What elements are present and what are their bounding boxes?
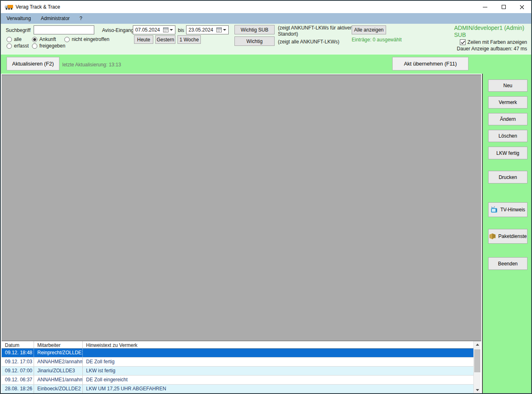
table-row[interactable]: 09.12. 06:37 ANNAHME1/annahme1 DE Zoll e… (2, 376, 473, 385)
checkbox-icon (460, 39, 466, 45)
scrollbar-thumb[interactable] (474, 349, 480, 372)
cell-hinweis: LKW UM 17,25 UHR ABGEFAHREN (83, 385, 473, 393)
close-button[interactable] (513, 1, 531, 13)
chevron-down-icon (223, 29, 226, 31)
radio-alle[interactable]: alle (7, 36, 22, 42)
menu-verwaltung[interactable]: Verwaltung (1, 13, 36, 24)
entries-status: Einträge: 0 ausgewählt (352, 37, 402, 43)
radio-icon (32, 37, 37, 42)
table-row[interactable]: 09.12. 18:48 Reinprecht/ZOLLDE1 (2, 349, 473, 358)
arrow-down-icon (476, 389, 479, 391)
menu-administrator[interactable]: Administrator (36, 13, 75, 24)
cell-hinweis: LKW ist fertig (83, 367, 473, 375)
cell-mitarbeiter: ANNAHME2/annahme2 (34, 358, 83, 366)
calendar-dropdown-button[interactable] (214, 26, 228, 34)
cell-mitarbeiter: ANNAHME1/annahme1 (34, 376, 83, 384)
radio-icon (64, 37, 70, 42)
date-from-value: 07.05.2024 (133, 27, 161, 33)
user-site: SUB (454, 32, 527, 38)
maximize-button[interactable] (494, 1, 513, 13)
cell-datum: 09.12. 18:48 (2, 349, 34, 357)
tv-icon (491, 206, 498, 213)
neu-button[interactable]: Neu (488, 79, 527, 92)
chevron-down-icon (170, 29, 173, 31)
cell-mitarbeiter: Jinariu/ZOLLDE3 (34, 367, 83, 375)
radio-icon (7, 43, 12, 49)
table-row[interactable]: 09.12. 17:03 ANNAHME2/annahme2 DE Zoll f… (2, 358, 473, 367)
row-colors-checkbox[interactable]: Zeilen mit Farben anzeigen (454, 39, 527, 45)
main-content: Datum Mitarbeiter Hinweistext zu Vermerk… (1, 74, 531, 393)
radio-ankunft[interactable]: Ankunft (32, 36, 56, 42)
empty-list-pane (2, 75, 481, 341)
table-row[interactable]: 28.08. 18:26 Einboeck/ZOLLDE2 LKW UM 17,… (2, 385, 473, 394)
radio-icon (32, 43, 37, 49)
date-from-picker[interactable]: 07.05.2024 (133, 25, 175, 34)
lkw-fertig-button[interactable]: LKW fertig (488, 147, 527, 159)
grid-header: Datum Mitarbeiter Hinweistext zu Vermerk (2, 341, 473, 349)
user-info-block: ADMIN/developer1 (Admin) SUB Zeilen mit … (454, 25, 527, 52)
radio-label: erfasst (14, 43, 29, 49)
radio-erfasst[interactable]: erfasst (7, 43, 29, 49)
title-bar: Verag Track & Trace (1, 1, 531, 13)
cell-hinweis: DE Zoll eingereicht (83, 376, 473, 384)
cell-mitarbeiter: Reinprecht/ZOLLDE1 (34, 349, 83, 357)
akt-uebernehmen-button[interactable]: Akt übernehmen (F11) (392, 57, 468, 70)
date-to-value: 23.05.2024 (186, 27, 214, 33)
date-to-picker[interactable]: 23.05.2024 (186, 25, 229, 34)
table-row[interactable]: 09.12. 07:00 Jinariu/ZOLLDE3 LKW ist fer… (2, 367, 473, 376)
aendern-button[interactable]: Ändern (488, 113, 527, 125)
minimize-button[interactable] (476, 1, 494, 13)
checkbox-label: Zeilen mit Farben anzeigen (468, 39, 527, 45)
maximize-icon (502, 5, 506, 9)
cell-mitarbeiter: Einboeck/ZOLLDE2 (34, 385, 83, 393)
paketdienste-button[interactable]: Paketdienste (488, 229, 527, 244)
eine-woche-button[interactable]: 1 Woche (177, 35, 201, 44)
radio-label: nicht eingetroffen (72, 36, 109, 42)
last-refresh-text: letzte Aktualisierung: 13:13 (62, 62, 121, 68)
window-title: Verag Track & Trace (16, 4, 60, 10)
app-window: Verag Track & Trace Verwaltung Administr… (0, 0, 532, 394)
column-header-hinweistext[interactable]: Hinweistext zu Vermerk (83, 341, 473, 348)
calendar-icon (216, 27, 222, 32)
command-bar: Aktualisieren (F2) letzte Aktualisierung… (1, 54, 531, 74)
filter-toolbar: Suchbegriff alle Ankunft nicht eingetrof… (1, 24, 531, 54)
alle-anzeigen-button[interactable]: Alle anzeigen (352, 25, 386, 34)
radio-label: freigegeben (39, 43, 65, 49)
table-scrollbar[interactable] (473, 341, 480, 394)
aviso-eingang-label: Aviso-Eingang (102, 27, 134, 33)
wichtig-sub-button[interactable]: Wichtig SUB (234, 25, 275, 34)
scroll-down-button[interactable] (474, 387, 481, 394)
vermerk-button[interactable]: Vermerk (488, 96, 527, 109)
action-sidebar: Neu Vermerk Ändern Löschen LKW fertig Dr… (482, 74, 532, 394)
arrow-up-icon (476, 344, 479, 346)
radio-freigegeben[interactable]: freigegeben (32, 43, 65, 49)
scroll-up-button[interactable] (474, 341, 481, 348)
menu-help[interactable]: ? (75, 13, 87, 24)
drucken-button[interactable]: Drucken (488, 171, 527, 183)
gestern-button[interactable]: Gestern (155, 35, 175, 44)
cell-datum: 09.12. 07:00 (2, 367, 34, 375)
menu-bar: Verwaltung Administrator ? (1, 13, 531, 24)
loeschen-button[interactable]: Löschen (488, 130, 527, 142)
radio-nicht-eingetroffen[interactable]: nicht eingetroffen (64, 36, 109, 42)
tv-hinweis-button[interactable]: TV-Hinweis (488, 202, 527, 217)
calendar-dropdown-button[interactable] (161, 26, 175, 34)
column-header-datum[interactable]: Datum (2, 341, 34, 348)
wichtig-button[interactable]: Wichtig (234, 36, 275, 46)
cell-hinweis (83, 349, 473, 357)
beenden-button[interactable]: Beenden (488, 257, 527, 270)
column-header-mitarbeiter[interactable]: Mitarbeiter (34, 341, 83, 348)
aktualisieren-button[interactable]: Aktualisieren (F2) (7, 57, 59, 70)
cell-datum: 09.12. 17:03 (2, 358, 34, 366)
button-label: Paketdienste (498, 233, 527, 239)
cell-datum: 28.08. 18:26 (2, 385, 34, 393)
minimize-icon (483, 7, 487, 7)
calendar-icon (163, 27, 168, 32)
truck-icon (5, 4, 14, 10)
package-icon (489, 233, 496, 240)
bis-label: bis (178, 27, 184, 33)
heute-button[interactable]: Heute (134, 35, 153, 44)
render-duration-text: Dauer Anzeige aufbauen: 47 ms (454, 46, 527, 52)
search-input[interactable] (34, 25, 94, 34)
cell-datum: 09.12. 06:37 (2, 376, 34, 384)
